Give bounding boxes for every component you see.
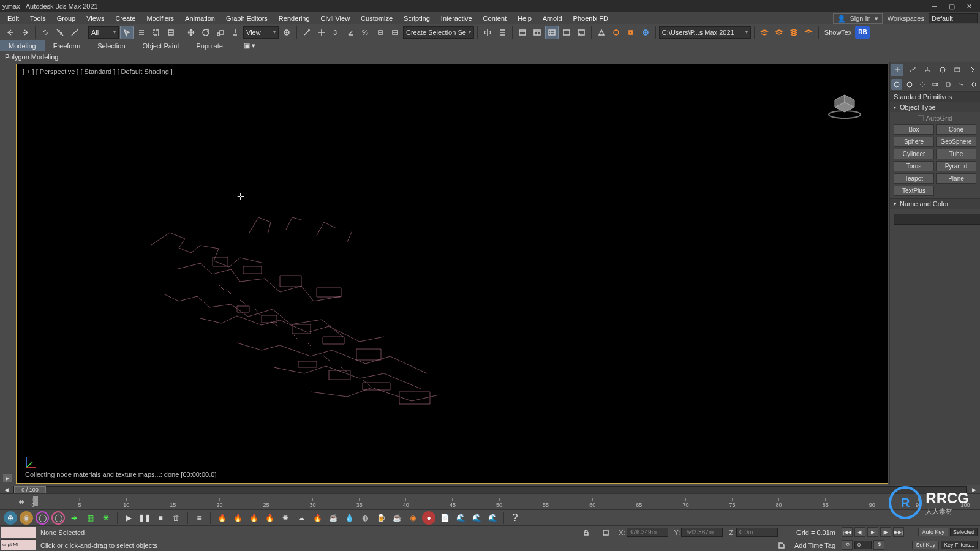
list-icon[interactable]: ≡	[192, 511, 206, 525]
layer-explorer-button[interactable]	[516, 26, 529, 39]
mirror-button[interactable]	[481, 26, 494, 39]
current-frame-field[interactable]: 0	[854, 541, 872, 549]
select-by-name-button[interactable]	[135, 26, 148, 39]
menu-tools[interactable]: Tools	[25, 13, 51, 23]
ribbon-tab-objectpaint[interactable]: Object Paint	[134, 40, 188, 51]
schematic-view-button[interactable]	[560, 26, 573, 39]
rb-badge[interactable]: RB	[855, 26, 870, 39]
window-crossing-button[interactable]	[164, 26, 178, 39]
render-setup-button[interactable]	[595, 26, 608, 39]
prim-teapot[interactable]: Teapot	[894, 173, 934, 184]
spinner-snap-button[interactable]	[374, 26, 387, 39]
time-slider-thumb[interactable]: 0 / 100	[14, 486, 46, 493]
prim-textplus[interactable]: TextPlus	[894, 186, 934, 196]
named-selection-button[interactable]	[388, 26, 402, 39]
menu-animation[interactable]: Animation	[180, 13, 220, 23]
coffee-icon[interactable]: ☕	[390, 511, 404, 525]
key-mode-button[interactable]: ⟲	[842, 540, 853, 550]
placement-button[interactable]	[228, 26, 242, 39]
pause-icon[interactable]: ❚❚	[138, 511, 151, 525]
scene-explorer-toggle[interactable]: ▶	[3, 474, 12, 482]
time-slider-track[interactable]: 0 / 100	[13, 486, 967, 493]
menu-content[interactable]: Content	[478, 13, 512, 23]
bind-button[interactable]	[68, 26, 81, 39]
fire-5-icon[interactable]: 🔥	[311, 511, 324, 525]
menu-customize[interactable]: Customize	[356, 13, 398, 23]
signin-button[interactable]: 👤 Sign In ▾	[833, 13, 882, 24]
cameras-category[interactable]	[930, 79, 941, 90]
ribbon-tab-selection[interactable]: Selection	[89, 40, 134, 51]
maxscript-mini-listener[interactable]	[1, 527, 36, 538]
trash-icon[interactable]: 🗑	[170, 511, 183, 525]
move-button[interactable]	[184, 26, 198, 39]
prim-torus[interactable]: Torus	[894, 161, 934, 171]
display-tab[interactable]	[951, 64, 963, 76]
icon-7[interactable]: ✳	[99, 511, 113, 525]
timeline-ruler[interactable]: 0510152025303540455055606570758085909510…	[0, 493, 980, 509]
create-tab[interactable]	[891, 64, 903, 76]
close-button[interactable]: ✕	[960, 1, 978, 12]
help-icon[interactable]: ?	[508, 511, 522, 525]
ocean-1-icon[interactable]: 🌊	[454, 511, 467, 525]
layers3-button[interactable]	[787, 26, 801, 39]
material-editor-button[interactable]	[575, 26, 588, 39]
helpers-category[interactable]	[943, 79, 954, 90]
motion-tab[interactable]	[937, 64, 949, 76]
manipulate-button[interactable]	[300, 26, 314, 39]
layers2-button[interactable]	[772, 26, 786, 39]
timeline-config-button[interactable]	[15, 495, 28, 509]
render-frame-button[interactable]	[609, 26, 623, 39]
prev-frame-button[interactable]: ◀|	[854, 527, 865, 537]
ref-coord-combo[interactable]: View▾	[243, 26, 279, 39]
menu-phoenixfd[interactable]: Phoenix FD	[568, 13, 613, 23]
toggle-ribbon-button[interactable]	[530, 26, 544, 39]
menu-civilview[interactable]: Civil View	[316, 13, 355, 23]
paint-icon[interactable]: ◉	[406, 511, 420, 525]
geometry-category[interactable]	[891, 79, 902, 90]
fire-1-icon[interactable]: 🔥	[215, 511, 228, 525]
ribbon-tab-modeling[interactable]: Modeling	[0, 40, 45, 51]
fire-2-icon[interactable]: 🔥	[231, 511, 244, 525]
link-button[interactable]	[39, 26, 52, 39]
menu-modifiers[interactable]: Modifiers	[141, 13, 179, 23]
keymode-combo[interactable]: Selected	[950, 528, 978, 536]
ocean-3-icon[interactable]: 🌊	[486, 511, 499, 525]
icon-6[interactable]: ▦	[83, 511, 97, 525]
unlink-button[interactable]	[53, 26, 67, 39]
prim-cylinder[interactable]: Cylinder	[894, 149, 934, 159]
autogrid-row[interactable]: AutoGrid	[894, 114, 976, 122]
time-config-button[interactable]: ⚙	[873, 540, 884, 550]
icon-2[interactable]: ◉	[20, 511, 33, 525]
water-icon[interactable]: 💧	[342, 511, 356, 525]
prim-pyramid[interactable]: Pyramid	[936, 161, 976, 171]
liquid-icon[interactable]: ◍	[358, 511, 372, 525]
ribbon-tab-collapse[interactable]: ▣ ▾	[235, 40, 264, 51]
modify-tab[interactable]	[907, 64, 919, 76]
menu-edit[interactable]: Edit	[2, 13, 24, 23]
prim-box[interactable]: Box	[894, 124, 934, 135]
shapes-category[interactable]	[904, 79, 915, 90]
menu-scripting[interactable]: Scripting	[399, 13, 435, 23]
name-color-rollup-header[interactable]: ▾Name and Color	[890, 198, 980, 209]
icon-3[interactable]: ◯	[36, 511, 49, 525]
lock-selection-button[interactable]	[579, 526, 593, 539]
object-name-input[interactable]	[894, 214, 980, 225]
prim-sphere[interactable]: Sphere	[894, 137, 934, 147]
bomb-icon[interactable]: ●	[422, 511, 435, 525]
pivot-button[interactable]	[280, 26, 293, 39]
menu-arnold[interactable]: Arnold	[538, 13, 567, 23]
lights-category[interactable]	[917, 79, 928, 90]
curve-editor-button[interactable]	[545, 26, 559, 39]
hierarchy-tab[interactable]	[921, 64, 933, 76]
menu-grapheditors[interactable]: Graph Editors	[221, 13, 273, 23]
percent-snap-button[interactable]: %	[359, 26, 372, 39]
goto-start-button[interactable]: |◀◀	[842, 527, 853, 537]
play-back-icon[interactable]: ▶	[122, 511, 135, 525]
setkey-button[interactable]: Set Key	[912, 541, 939, 549]
autogrid-checkbox[interactable]	[918, 115, 924, 121]
cup-icon[interactable]: ☕	[326, 511, 340, 525]
workspaces-value[interactable]	[929, 13, 978, 23]
angle-snap-button[interactable]	[344, 26, 358, 39]
select-object-button[interactable]	[120, 26, 134, 39]
render-production-button[interactable]	[624, 26, 638, 39]
